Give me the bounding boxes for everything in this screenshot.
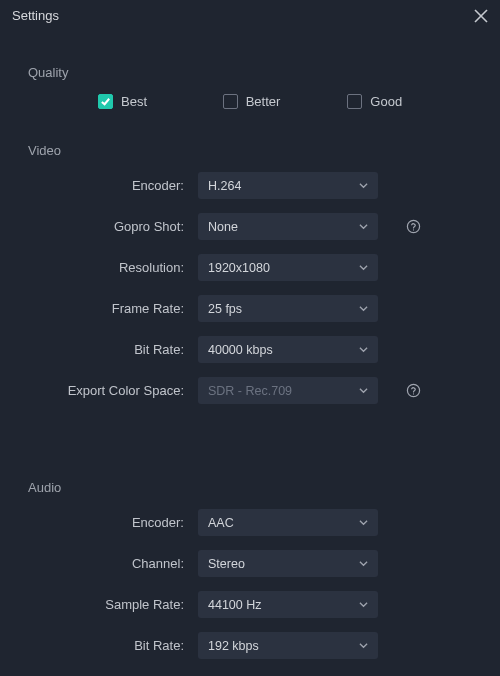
select-value: 44100 Hz bbox=[208, 598, 262, 612]
select-value: AAC bbox=[208, 516, 234, 530]
gopro-shot-label: Gopro Shot: bbox=[38, 219, 198, 234]
checkbox-icon bbox=[347, 94, 362, 109]
quality-label: Good bbox=[370, 94, 402, 109]
chevron-down-icon bbox=[359, 386, 368, 395]
framerate-label: Frame Rate: bbox=[38, 301, 198, 316]
select-value: 1920x1080 bbox=[208, 261, 270, 275]
audio-section-label: Audio bbox=[28, 480, 472, 495]
colorspace-select: SDR - Rec.709 bbox=[198, 377, 378, 404]
quality-section-label: Quality bbox=[28, 65, 472, 80]
resolution-label: Resolution: bbox=[38, 260, 198, 275]
quality-option-better[interactable]: Better bbox=[223, 94, 348, 109]
chevron-down-icon bbox=[359, 641, 368, 650]
select-value: None bbox=[208, 220, 238, 234]
select-value: 40000 kbps bbox=[208, 343, 273, 357]
audio-encoder-label: Encoder: bbox=[38, 515, 198, 530]
select-value: 192 kbps bbox=[208, 639, 259, 653]
close-icon[interactable] bbox=[474, 9, 488, 23]
select-value: SDR - Rec.709 bbox=[208, 384, 292, 398]
chevron-down-icon bbox=[359, 518, 368, 527]
help-icon[interactable] bbox=[406, 383, 421, 398]
quality-option-best[interactable]: Best bbox=[98, 94, 223, 109]
video-bitrate-label: Bit Rate: bbox=[38, 342, 198, 357]
audio-bitrate-select[interactable]: 192 kbps bbox=[198, 632, 378, 659]
gopro-shot-select[interactable]: None bbox=[198, 213, 378, 240]
channel-select[interactable]: Stereo bbox=[198, 550, 378, 577]
video-section-label: Video bbox=[28, 143, 472, 158]
svg-point-3 bbox=[413, 229, 414, 230]
quality-label: Better bbox=[246, 94, 281, 109]
svg-point-2 bbox=[407, 220, 419, 232]
quality-label: Best bbox=[121, 94, 147, 109]
chevron-down-icon bbox=[359, 600, 368, 609]
svg-point-5 bbox=[413, 393, 414, 394]
chevron-down-icon bbox=[359, 345, 368, 354]
dialog-title: Settings bbox=[12, 8, 59, 23]
chevron-down-icon bbox=[359, 263, 368, 272]
video-bitrate-select[interactable]: 40000 kbps bbox=[198, 336, 378, 363]
chevron-down-icon bbox=[359, 559, 368, 568]
chevron-down-icon bbox=[359, 181, 368, 190]
select-value: H.264 bbox=[208, 179, 241, 193]
checkbox-icon bbox=[223, 94, 238, 109]
select-value: Stereo bbox=[208, 557, 245, 571]
audio-bitrate-label: Bit Rate: bbox=[38, 638, 198, 653]
video-encoder-label: Encoder: bbox=[38, 178, 198, 193]
audio-encoder-select[interactable]: AAC bbox=[198, 509, 378, 536]
svg-point-4 bbox=[407, 384, 419, 396]
chevron-down-icon bbox=[359, 304, 368, 313]
channel-label: Channel: bbox=[38, 556, 198, 571]
video-encoder-select[interactable]: H.264 bbox=[198, 172, 378, 199]
samplerate-select[interactable]: 44100 Hz bbox=[198, 591, 378, 618]
quality-option-good[interactable]: Good bbox=[347, 94, 472, 109]
checkbox-icon bbox=[98, 94, 113, 109]
resolution-select[interactable]: 1920x1080 bbox=[198, 254, 378, 281]
colorspace-label: Export Color Space: bbox=[38, 383, 198, 398]
samplerate-label: Sample Rate: bbox=[38, 597, 198, 612]
chevron-down-icon bbox=[359, 222, 368, 231]
help-icon[interactable] bbox=[406, 219, 421, 234]
framerate-select[interactable]: 25 fps bbox=[198, 295, 378, 322]
select-value: 25 fps bbox=[208, 302, 242, 316]
